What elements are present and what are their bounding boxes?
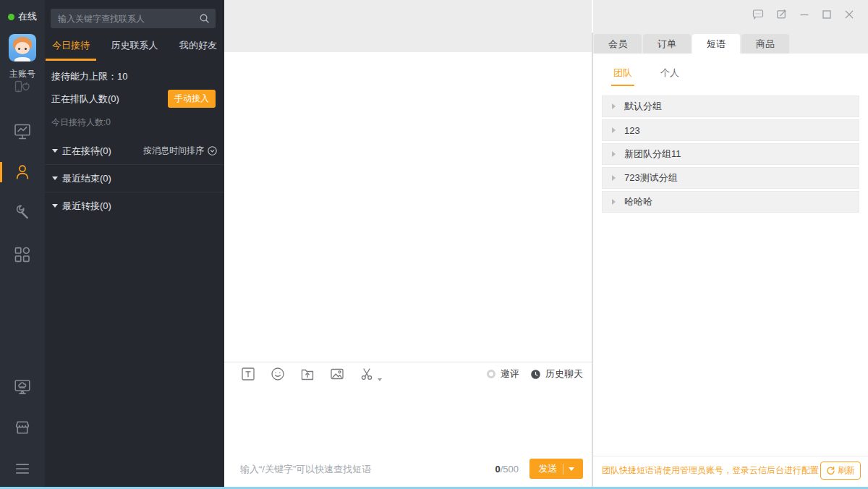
contacts-tabs: 今日接待 历史联系人 我的好友	[45, 39, 224, 61]
manual-accept-button[interactable]: 手动接入	[168, 90, 216, 108]
subtab-personal[interactable]: 个人	[658, 67, 681, 86]
status-label: 在线	[18, 10, 37, 23]
expand-caret-icon	[612, 199, 616, 205]
footer-note: 团队快捷短语请使用管理员账号，登录云信后台进行配置	[602, 464, 820, 477]
collapse-caret-icon	[52, 177, 58, 180]
close-icon[interactable]	[844, 9, 854, 20]
invite-review-button[interactable]: 邀评	[487, 367, 519, 380]
history-chat-button[interactable]: 历史聊天	[531, 367, 583, 380]
phrase-group-row[interactable]: 默认分组	[602, 95, 859, 117]
refresh-icon	[826, 467, 835, 475]
sidebar-item-dashboard[interactable]	[0, 117, 45, 146]
sidebar-item-menu[interactable]	[0, 454, 45, 483]
wrench-icon	[13, 203, 32, 222]
tab-history-contacts[interactable]: 历史联系人	[111, 39, 158, 61]
expand-caret-icon	[612, 127, 616, 133]
section-recently-ended[interactable]: 最近结束(0)	[45, 165, 224, 192]
screenshot-dropdown-icon[interactable]	[378, 378, 382, 381]
group-label: 默认分组	[624, 100, 662, 113]
phrases-panel: 会员 订单 短语 商品 团队 个人 默认分组 123 新团队分组11 723测试…	[593, 0, 868, 487]
group-label: 723测试分组	[624, 171, 678, 184]
sidebar-item-store[interactable]	[0, 413, 45, 442]
right-tabs: 会员 订单 短语 商品	[594, 34, 789, 54]
minimize-icon[interactable]	[799, 9, 809, 20]
history-clock-icon	[531, 370, 540, 379]
avatar-face	[15, 42, 30, 54]
avatar[interactable]	[9, 34, 36, 61]
mobile-device-icon	[14, 80, 30, 96]
sort-dropdown-icon	[208, 146, 217, 156]
store-icon	[13, 418, 32, 437]
phrase-group-row[interactable]: 723测试分组	[602, 167, 859, 189]
contacts-panel: 今日接待 历史联系人 我的好友 接待能力上限：10 正在排队人数(0) 手动接入…	[45, 0, 224, 487]
collapse-caret-icon	[52, 149, 58, 153]
tab-my-friends[interactable]: 我的好友	[179, 39, 217, 61]
screenshot-icon[interactable]	[359, 366, 382, 382]
app-sidebar: 在线 主账号	[0, 0, 45, 487]
expand-caret-icon	[612, 175, 616, 181]
status-indicator[interactable]: 在线	[8, 10, 37, 23]
window-controls	[752, 9, 854, 20]
capacity-label: 接待能力上限：10	[51, 70, 216, 83]
right-header: 会员 订单 短语 商品	[593, 0, 868, 54]
group-label: 新团队分组11	[624, 148, 681, 161]
group-label: 123	[624, 125, 640, 136]
online-dot-icon	[8, 14, 14, 20]
sort-control[interactable]: 按消息时间排序	[143, 145, 217, 157]
chat-panel: 邀评 历史聊天 0/500 发送	[224, 0, 592, 487]
group-label: 哈哈哈	[624, 195, 652, 208]
search-input[interactable]	[51, 9, 216, 28]
chat-header	[224, 0, 592, 52]
phrase-group-list: 默认分组 123 新团队分组11 723测试分组 哈哈哈	[602, 95, 859, 213]
file-upload-icon[interactable]	[299, 366, 315, 382]
message-icon[interactable]	[752, 9, 764, 20]
compose-icon[interactable]	[776, 9, 787, 20]
section-current-chats[interactable]: 正在接待(0) 按消息时间排序	[45, 137, 224, 165]
queue-label: 正在排队人数(0)	[51, 93, 119, 106]
account-label: 主账号	[0, 68, 45, 80]
collapse-caret-icon	[52, 204, 58, 208]
char-counter: 0/500	[495, 464, 519, 475]
sidebar-item-contacts[interactable]	[0, 158, 45, 187]
sidebar-item-apps[interactable]	[0, 240, 45, 269]
tab-member[interactable]: 会员	[594, 34, 642, 54]
section-recently-transferred[interactable]: 最近转接(0)	[45, 192, 224, 219]
chat-toolbar: 邀评 历史聊天	[224, 362, 592, 386]
phrases-footer: 团队快捷短语请使用管理员账号，登录云信后台进行配置 刷新	[593, 456, 868, 485]
chat-message-area[interactable]	[224, 52, 592, 362]
today-served-label: 今日接待人数:0	[51, 116, 216, 129]
expand-caret-icon	[612, 151, 616, 157]
tab-phrases[interactable]: 短语	[692, 34, 740, 54]
phrase-group-row[interactable]: 新团队分组11	[602, 143, 859, 165]
contacts-icon	[13, 163, 32, 182]
tab-products[interactable]: 商品	[741, 34, 789, 54]
sidebar-item-cloud-desktop[interactable]	[0, 373, 45, 401]
subtab-team[interactable]: 团队	[611, 67, 634, 86]
maximize-icon[interactable]	[822, 9, 832, 20]
send-button[interactable]: 发送	[529, 459, 583, 479]
phrases-subtabs: 团队 个人	[611, 67, 868, 86]
phrase-group-row[interactable]: 哈哈哈	[602, 191, 859, 213]
expand-caret-icon	[612, 103, 616, 109]
message-input[interactable]	[239, 463, 495, 475]
send-options-caret-icon[interactable]	[569, 467, 574, 471]
chart-icon	[13, 122, 32, 141]
menu-icon	[13, 459, 32, 478]
tab-today-reception[interactable]: 今日接待	[46, 39, 96, 61]
sidebar-item-tools[interactable]	[0, 198, 45, 227]
phrase-group-row[interactable]: 123	[602, 119, 859, 141]
image-icon[interactable]	[329, 366, 345, 382]
emoji-icon[interactable]	[270, 366, 286, 382]
invite-review-icon	[487, 370, 495, 378]
refresh-button[interactable]: 刷新	[820, 462, 861, 480]
search-icon	[199, 13, 210, 24]
cloud-monitor-icon	[13, 378, 32, 396]
font-icon[interactable]	[240, 366, 256, 382]
apps-icon	[13, 245, 32, 264]
tab-order[interactable]: 订单	[643, 34, 691, 54]
message-input-area[interactable]: 0/500 发送	[224, 386, 592, 487]
